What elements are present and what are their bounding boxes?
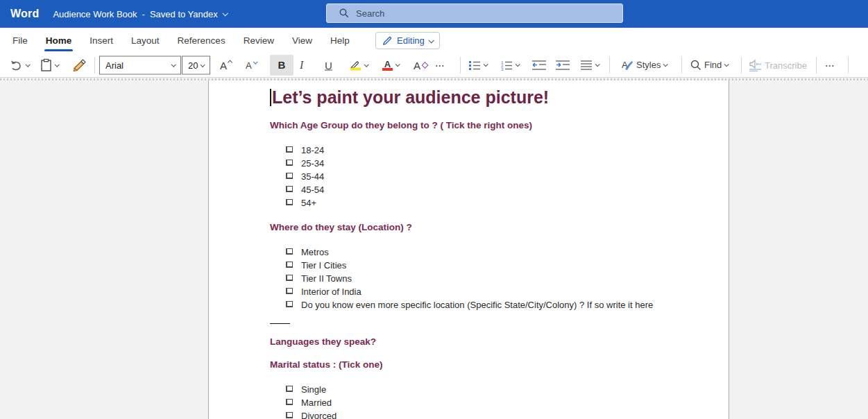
- highlight-color-button[interactable]: [350, 60, 368, 70]
- increase-indent-button[interactable]: [555, 60, 570, 71]
- tab-file[interactable]: File: [3, 28, 37, 53]
- document-canvas[interactable]: Let’s paint your audience picture! Which…: [0, 78, 868, 419]
- list-item-text: Tier I Cities: [301, 259, 667, 272]
- caret-up-icon: [228, 60, 232, 65]
- list-item-text: 45-54: [301, 183, 667, 196]
- checkbox-bullet-icon: [286, 146, 293, 153]
- bullets-button[interactable]: [468, 60, 487, 71]
- shrink-font-button[interactable]: A: [246, 60, 257, 70]
- checkbox-bullet-icon: [286, 199, 293, 205]
- search-placeholder: Search: [356, 8, 384, 19]
- question-heading: Languages they speak?: [270, 336, 667, 347]
- alignment-button[interactable]: [580, 60, 599, 71]
- italic-button[interactable]: I: [300, 59, 303, 71]
- format-painter-button[interactable]: [72, 58, 87, 71]
- styles-button[interactable]: A Styles: [620, 59, 667, 71]
- list-item-text: Interior of India: [301, 285, 667, 298]
- tab-layout[interactable]: Layout: [122, 28, 169, 53]
- clear-formatting-button[interactable]: A: [414, 59, 427, 71]
- transcribe-button[interactable]: Transcribe: [748, 58, 807, 71]
- list-item: Do you know even more specific location …: [270, 298, 667, 311]
- chevron-down-icon: [516, 62, 520, 67]
- underline-button[interactable]: U: [325, 59, 332, 71]
- tab-label: Insert: [90, 35, 113, 46]
- chevron-down-icon: [201, 62, 205, 67]
- checkbox-bullet-icon: [286, 412, 293, 418]
- font-name-select[interactable]: Arial: [99, 55, 181, 74]
- find-icon: [690, 60, 701, 71]
- tab-home[interactable]: Home: [37, 28, 81, 53]
- question-heading: Where do they stay (Location) ?: [270, 222, 667, 232]
- list-item-text: Single: [301, 383, 667, 396]
- search-icon: [339, 8, 349, 18]
- tab-label: Review: [244, 35, 274, 46]
- editing-mode-button[interactable]: Editing: [375, 32, 440, 49]
- list-item: Divorced: [270, 409, 667, 419]
- numbering-button[interactable]: 1 2 3: [500, 60, 519, 71]
- tab-label: View: [292, 35, 312, 46]
- list-item-text: Metros: [301, 246, 667, 259]
- clipboard-icon: [40, 58, 52, 71]
- list-item-text: Do you know even more specific location …: [301, 298, 667, 311]
- checkbox-bullet-icon: [286, 399, 293, 405]
- editing-label: Editing: [397, 35, 425, 46]
- chevron-down-icon[interactable]: [222, 10, 228, 16]
- list-item: 18-24: [270, 144, 667, 157]
- numbered-list-icon: 1 2 3: [500, 60, 513, 71]
- list-item-text: Tier II Towns: [301, 272, 667, 285]
- tab-review[interactable]: Review: [235, 28, 283, 53]
- checkbox-list: SingleMarriedDivorced: [270, 383, 667, 419]
- list-item-text: 54+: [301, 196, 667, 210]
- chevron-down-icon: [364, 62, 369, 67]
- grow-font-button[interactable]: A: [220, 59, 232, 71]
- font-size-value: 20: [188, 60, 198, 70]
- bold-button[interactable]: B: [270, 55, 293, 76]
- tab-help[interactable]: Help: [321, 28, 359, 53]
- ribbon-tabs: FileHomeInsertLayoutReferencesReviewView…: [0, 28, 868, 53]
- tab-label: Layout: [131, 35, 160, 46]
- question-heading: Which Age Group do they belong to ? ( Ti…: [270, 120, 667, 130]
- font-size-select[interactable]: 20: [182, 55, 210, 74]
- checkbox-bullet-icon: [286, 173, 293, 179]
- tab-view[interactable]: View: [283, 28, 321, 53]
- more-font-options-button[interactable]: •••: [436, 62, 445, 67]
- tab-references[interactable]: References: [169, 28, 235, 53]
- document-page[interactable]: Let’s paint your audience picture! Which…: [208, 80, 729, 419]
- list-item-text: 25-34: [301, 157, 667, 170]
- chevron-down-icon: [484, 62, 488, 67]
- paste-button[interactable]: [40, 58, 58, 71]
- undo-button[interactable]: [10, 59, 29, 71]
- list-item: Married: [270, 396, 667, 409]
- checkbox-bullet-icon: [286, 386, 293, 392]
- tab-insert[interactable]: Insert: [80, 28, 122, 53]
- text-cursor: [270, 89, 271, 106]
- outdent-icon: [531, 60, 547, 71]
- document-title[interactable]: Audience Work Book: [53, 9, 137, 19]
- list-item: 54+: [270, 196, 667, 210]
- document-body: Which Age Group do they belong to ? ( Ti…: [270, 120, 667, 419]
- pencil-icon: [382, 35, 393, 46]
- checkbox-list: 18-2425-3435-4445-5454+: [270, 144, 667, 210]
- highlighter-icon: [350, 60, 361, 70]
- decrease-indent-button[interactable]: [531, 60, 547, 71]
- align-justify-icon: [580, 60, 593, 71]
- checkbox-bullet-icon: [286, 160, 293, 166]
- list-item-text: 35-44: [301, 170, 667, 183]
- chevron-down-icon: [724, 62, 729, 67]
- titlebar: Word Audience Work Book - Saved to Yande…: [0, 0, 868, 28]
- checkbox-bullet-icon: [286, 288, 293, 294]
- list-item-text: Divorced: [301, 409, 667, 419]
- checkbox-bullet-icon: [286, 248, 293, 255]
- font-name-value: Arial: [105, 60, 124, 70]
- find-button[interactable]: Find: [690, 60, 728, 71]
- font-color-button[interactable]: A: [382, 60, 399, 71]
- list-item: 35-44: [270, 170, 667, 183]
- more-commands-button[interactable]: •••: [826, 62, 835, 67]
- document-heading: Let’s paint your audience picture!: [270, 87, 667, 108]
- word-logo[interactable]: Word: [0, 8, 53, 20]
- tab-label: References: [178, 35, 225, 46]
- search-input[interactable]: Search: [326, 3, 623, 23]
- styles-icon: A: [620, 59, 633, 71]
- chevron-down-icon: [595, 62, 600, 67]
- saved-status[interactable]: Saved to Yandex: [150, 9, 218, 19]
